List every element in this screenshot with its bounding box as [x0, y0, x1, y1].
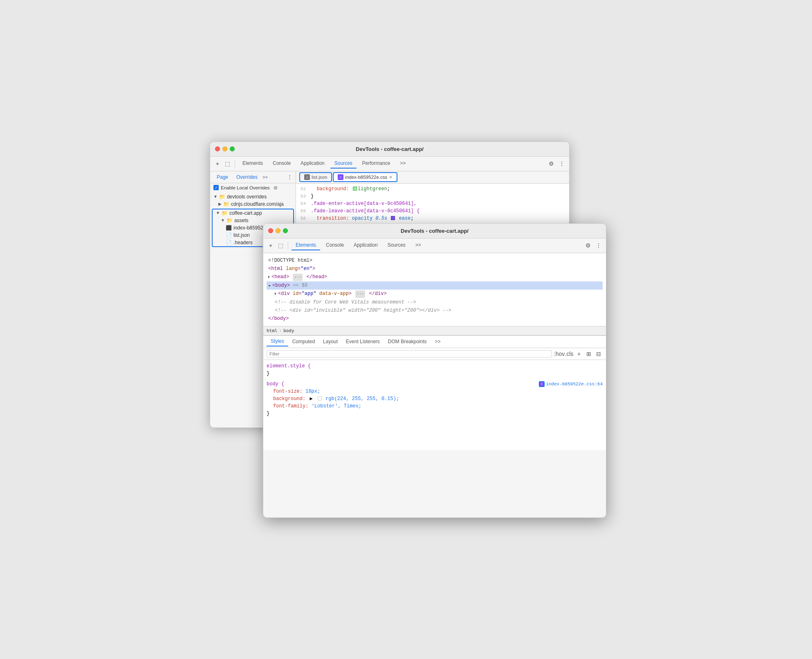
- tree-cdnjs[interactable]: ▶ 📁 cdnjs.cloudflare.com/aja: [210, 200, 296, 208]
- tree-coffee-cart[interactable]: ▼ 📁 coffee-cart.app: [213, 209, 293, 217]
- tab-sources[interactable]: Sources: [330, 159, 357, 169]
- back-minimize-button[interactable]: [222, 146, 227, 151]
- tree-devtools-overrides[interactable]: ▼ 📁 devtools overrides: [210, 193, 296, 200]
- inspect-icon[interactable]: ⬚: [223, 160, 231, 168]
- html-body-tag: <body>: [272, 282, 290, 289]
- tree-label-devtools: devtools overrides: [227, 194, 267, 200]
- pseudo-add[interactable]: +: [575, 350, 583, 358]
- tree-label-assets: assets: [234, 218, 249, 223]
- tab-performance[interactable]: Performance: [358, 159, 395, 169]
- breadcrumb-html[interactable]: html: [267, 328, 278, 333]
- body-prop-font-size: font-size: 18px;: [273, 388, 603, 395]
- front-minimize-button[interactable]: [276, 228, 280, 233]
- style-tab-event-listeners[interactable]: Event Listeners: [342, 337, 384, 346]
- breadcrumb-body[interactable]: body: [283, 328, 294, 333]
- file-icon-index-css: ⬛: [226, 225, 232, 231]
- color-swatch-lightgreen[interactable]: [353, 187, 357, 191]
- code-tab-list-json[interactable]: J list.json: [299, 172, 332, 182]
- front-tab-elements[interactable]: Elements: [292, 241, 320, 250]
- style-tab-computed[interactable]: Computed: [288, 337, 319, 346]
- background-color-swatch[interactable]: [318, 396, 322, 400]
- back-window-title: DevTools - coffee-cart.app/: [356, 146, 424, 152]
- tab-elements[interactable]: Elements: [238, 159, 267, 169]
- front-tab-application[interactable]: Application: [350, 241, 382, 250]
- front-more-icon[interactable]: ⋮: [594, 241, 603, 250]
- body-dollar: == $0: [290, 282, 307, 289]
- settings-icon[interactable]: ⚙: [547, 160, 555, 168]
- body-arrow: [268, 285, 271, 287]
- body-source-link[interactable]: C index-b859522e.css:64: [539, 380, 603, 388]
- code-line-56: 56 transition: opacity 0.5s ease;: [296, 215, 569, 222]
- pseudo-box1[interactable]: ⊞: [585, 350, 593, 358]
- html-line-head[interactable]: <head> ··· </head>: [267, 273, 603, 281]
- code-line-54: 54 .fade-enter-active[data-v-0c450641],: [296, 200, 569, 207]
- sidebar-tab-overrides[interactable]: Overrides: [233, 173, 261, 181]
- code-tab-label-index-css: index-b859522e.css: [345, 175, 387, 180]
- val-font-size: 18px;: [305, 389, 320, 394]
- pseudo-box2[interactable]: ⊟: [594, 350, 603, 358]
- front-close-button[interactable]: [268, 228, 273, 233]
- back-close-button[interactable]: [215, 146, 220, 151]
- folder-icon-coffee-cart: 📁: [222, 210, 228, 216]
- overrides-clear-icon[interactable]: ⊘: [274, 185, 278, 191]
- style-tab-dom-breakpoints[interactable]: DOM Breakpoints: [384, 337, 431, 346]
- style-tab-layout[interactable]: Layout: [319, 337, 342, 346]
- enable-overrides-label: Enable Local Overrides: [221, 185, 270, 190]
- html-comment-web-vitals: <!-- disable for Core Web Vitals measure…: [275, 299, 416, 306]
- code-tab-index-css[interactable]: C index-b859522e.css ✕: [333, 172, 397, 182]
- styles-filter-input[interactable]: [267, 350, 552, 358]
- background-expand-arrow: ▶: [310, 396, 312, 402]
- style-tab-styles[interactable]: Styles: [267, 337, 288, 346]
- body-rule-properties: font-size: 18px; background: ▶ rgb(224, …: [267, 388, 603, 410]
- tab-icon-list-json: J: [304, 174, 310, 180]
- tab-more[interactable]: >>: [396, 159, 410, 169]
- sidebar-tab-page[interactable]: Page: [213, 173, 231, 181]
- styles-tabs-bar: Styles Computed Layout Event Listeners D…: [263, 336, 606, 348]
- back-toolbar: ⌖ ⬚ Elements Console Application Sources…: [210, 157, 569, 171]
- source-file-text: index-b859522e.css:64: [546, 380, 603, 388]
- front-settings-icon[interactable]: ⚙: [584, 241, 592, 250]
- div-app-arrow: [275, 292, 276, 295]
- tab-application[interactable]: Application: [296, 159, 329, 169]
- color-swatch-purple[interactable]: [391, 216, 395, 220]
- back-traffic-lights: [215, 146, 235, 151]
- html-line-div-app[interactable]: <div id="app" data-v-app> ··· </div>: [267, 290, 603, 298]
- code-tab-label-list-json: list.json: [312, 175, 327, 180]
- tree-label-coffee-cart: coffee-cart.app: [229, 210, 262, 216]
- tab-console[interactable]: Console: [269, 159, 295, 169]
- pseudo-cls[interactable]: .cls: [565, 350, 573, 358]
- enable-overrides-checkbox[interactable]: ✓: [213, 185, 219, 190]
- html-line-comment1: <!-- disable for Core Web Vitals measure…: [267, 298, 603, 306]
- front-maximize-button[interactable]: [283, 228, 288, 233]
- front-main-content: <!DOCTYPE html> <html lang="en"> <head> …: [263, 253, 606, 450]
- styles-filter-bar: :hov .cls + ⊞ ⊟: [263, 348, 606, 360]
- folder-icon-devtools: 📁: [219, 194, 225, 200]
- tab-close-index-css[interactable]: ✕: [389, 175, 393, 180]
- tree-label-headers: .headers: [233, 240, 253, 245]
- breadcrumb-bar: html › body: [263, 326, 606, 335]
- front-inspect-icon[interactable]: ⬚: [276, 241, 285, 250]
- source-file-icon: C: [539, 381, 545, 387]
- front-cursor-icon[interactable]: ⌖: [267, 241, 275, 250]
- val-background-color: rgb(224, 255, 255, 0.15);: [325, 396, 399, 402]
- sidebar-tab-more[interactable]: >>: [262, 175, 268, 180]
- style-tab-more[interactable]: >>: [431, 337, 445, 346]
- html-line-body[interactable]: <body> == $0: [267, 281, 603, 290]
- tree-assets[interactable]: ▼ 📁 assets: [213, 217, 293, 224]
- front-tab-sources[interactable]: Sources: [384, 241, 410, 250]
- pseudo-hov[interactable]: :hov: [555, 350, 563, 358]
- front-tab-more[interactable]: >>: [411, 241, 425, 250]
- back-maximize-button[interactable]: [230, 146, 235, 151]
- cursor-icon[interactable]: ⌖: [213, 160, 222, 168]
- front-window-title: DevTools - coffee-cart.app/: [401, 228, 469, 234]
- sidebar-action-btn[interactable]: ⋮: [287, 174, 292, 180]
- html-viewer: <!DOCTYPE html> <html lang="en"> <head> …: [263, 253, 606, 326]
- tree-arrow-coffee-cart: ▼: [216, 211, 220, 215]
- front-tab-console[interactable]: Console: [322, 241, 348, 250]
- folder-icon-assets: 📁: [227, 218, 233, 223]
- html-body-close: </body>: [268, 315, 289, 322]
- element-style-selector: element.style {: [267, 362, 603, 370]
- more-icon[interactable]: ⋮: [558, 160, 566, 168]
- body-prop-background: background: ▶ rgb(224, 255, 255, 0.15);: [273, 395, 603, 403]
- code-line-52: 52 background: lightgreen;: [296, 185, 569, 193]
